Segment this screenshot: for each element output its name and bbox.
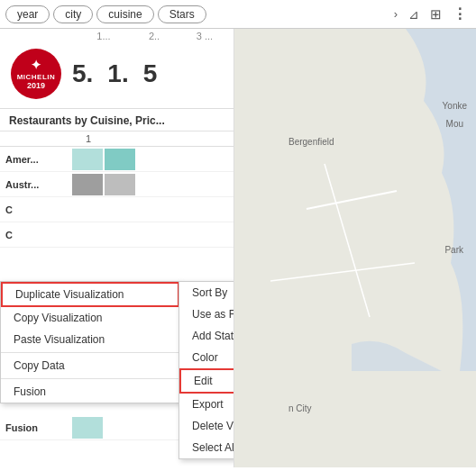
context-menu-right: Sort By ► Use as Filter Add Statistics ►… bbox=[178, 281, 234, 459]
col-headers-row: 1... 2.. 3 ... bbox=[0, 29, 233, 43]
table-section: Restaurants by Cuisine, Pric... 1 Amer..… bbox=[0, 108, 233, 248]
menu-item-duplicate-label: Duplicate Visualization bbox=[15, 288, 124, 301]
table-row-amer: Amer... bbox=[0, 147, 233, 172]
row-label-c1: C bbox=[0, 203, 72, 217]
row-label-fusion: Fusion bbox=[0, 421, 72, 435]
main-content: 1... 2.. 3 ... ✦ MICHELIN 2019 5. 1. 5 bbox=[0, 29, 476, 467]
menu-item-select-all-label: Select All Visualizations bbox=[192, 441, 234, 454]
cuisine-pill[interactable]: cuisine bbox=[96, 5, 153, 23]
menu-separator-1 bbox=[1, 352, 179, 353]
menu-item-edit-label: Edit bbox=[194, 375, 213, 387]
menu-item-select-all[interactable]: Select All Visualizations bbox=[179, 437, 234, 458]
col-header-2: 2.. bbox=[136, 31, 172, 41]
menu-item-paste-viz[interactable]: Paste Visualization bbox=[1, 329, 179, 350]
menu-item-fusion[interactable]: Fusion bbox=[1, 381, 179, 403]
menu-item-paste-viz-label: Paste Visualization bbox=[14, 333, 105, 346]
year-pill[interactable]: year bbox=[5, 5, 50, 23]
menu-item-copy-viz[interactable]: Copy Visualization bbox=[1, 307, 179, 329]
stat-value-1: 5. bbox=[72, 60, 93, 88]
map-label-city: n City bbox=[288, 403, 312, 413]
michelin-line2: 2019 bbox=[27, 81, 45, 90]
menu-item-export[interactable]: Export ► bbox=[179, 394, 234, 415]
row-cells-c2 bbox=[72, 224, 135, 246]
left-panel: 1... 2.. 3 ... ✦ MICHELIN 2019 5. 1. 5 bbox=[0, 29, 234, 467]
row-cells-c1 bbox=[72, 199, 135, 221]
cell-austr-1 bbox=[72, 174, 103, 195]
forward-icon[interactable]: › bbox=[390, 5, 401, 23]
cell-amer-1 bbox=[72, 149, 103, 170]
menu-item-duplicate[interactable]: Duplicate Visualization bbox=[1, 282, 179, 307]
table-col-1: 1 bbox=[72, 133, 105, 144]
menu-item-color-label: Color bbox=[192, 351, 218, 364]
menu-item-copy-viz-label: Copy Visualization bbox=[14, 312, 103, 324]
grid-icon[interactable]: ⊞ bbox=[426, 5, 445, 24]
map-area: Interactive Map of Restaurant... + − bbox=[234, 29, 476, 467]
stat-col-2: 1. bbox=[107, 60, 128, 88]
row-cells-fusion bbox=[72, 417, 103, 439]
stat-value-3: 5 bbox=[143, 60, 158, 88]
menu-item-export-label: Export bbox=[192, 398, 224, 411]
city-pill[interactable]: city bbox=[53, 5, 93, 23]
stat-col-1: 5. bbox=[72, 60, 93, 88]
cell-amer-3 bbox=[137, 149, 168, 170]
table-row-austr: Austr... bbox=[0, 172, 233, 197]
toolbar: year city cuisine Stars › ⊿ ⊞ ⋮ bbox=[0, 0, 476, 29]
cell-c2-2 bbox=[105, 224, 135, 246]
col-header-1: 1... bbox=[86, 31, 122, 41]
map-label-bergenfield: Bergenfield bbox=[288, 137, 334, 147]
map-svg bbox=[234, 29, 476, 467]
context-menu-left: Duplicate Visualization Copy Visualizati… bbox=[0, 281, 180, 403]
menu-item-color[interactable]: Color ► bbox=[179, 347, 234, 368]
michelin-badge: ✦ MICHELIN 2019 bbox=[11, 49, 61, 99]
row-label-amer: Amer... bbox=[0, 152, 72, 167]
table-col-header: 1 bbox=[0, 131, 233, 147]
table-row-c2: C bbox=[0, 222, 233, 248]
map-label-park: Park bbox=[444, 245, 463, 255]
map-label-yonke: Yonke bbox=[443, 101, 467, 111]
menu-item-use-filter-label: Use as Filter bbox=[192, 308, 234, 321]
menu-item-fusion-label: Fusion bbox=[14, 385, 46, 398]
menu-item-add-stats[interactable]: Add Statistics ► bbox=[179, 325, 234, 347]
stat-col-3: 5 bbox=[143, 60, 158, 88]
menu-item-sort-by-label: Sort By bbox=[192, 286, 227, 299]
stat-value-2: 1. bbox=[107, 60, 128, 88]
menu-item-delete-viz-label: Delete Visualization bbox=[192, 420, 234, 432]
row-label-c2: C bbox=[0, 228, 72, 242]
cell-c2-1 bbox=[72, 224, 103, 246]
stars-pill[interactable]: Stars bbox=[158, 5, 206, 23]
col-header-3: 3 ... bbox=[187, 31, 223, 41]
cell-austr-3 bbox=[137, 174, 168, 195]
menu-item-edit[interactable]: Edit ► bbox=[179, 368, 234, 394]
cell-fusion-1 bbox=[72, 417, 103, 439]
map-label-mou: Mou bbox=[446, 119, 463, 129]
menu-item-copy-data-label: Copy Data bbox=[14, 359, 65, 372]
menu-item-copy-data[interactable]: Copy Data bbox=[1, 355, 179, 376]
table-row-c1: C bbox=[0, 197, 233, 222]
table-title: Restaurants by Cuisine, Pric... bbox=[0, 109, 233, 131]
row-label-austr: Austr... bbox=[0, 177, 72, 192]
cell-amer-2 bbox=[105, 149, 135, 170]
right-panel: Interactive Map of Restaurant... + − bbox=[234, 29, 476, 467]
michelin-line1: MICHELIN bbox=[17, 73, 56, 81]
row-cells-austr bbox=[72, 174, 168, 195]
menu-separator-2 bbox=[1, 378, 179, 379]
cell-c1-1 bbox=[72, 199, 103, 221]
cell-austr-2 bbox=[105, 174, 135, 195]
menu-item-add-stats-label: Add Statistics bbox=[192, 330, 234, 342]
stats-section: ✦ MICHELIN 2019 5. 1. 5 bbox=[0, 43, 233, 104]
menu-item-delete-viz[interactable]: Delete Visualization bbox=[179, 415, 234, 437]
row-cells-amer bbox=[72, 149, 168, 170]
more-icon[interactable]: ⋮ bbox=[449, 4, 471, 24]
stats-values: 5. 1. 5 bbox=[72, 60, 157, 88]
cell-c1-2 bbox=[105, 199, 135, 221]
menu-item-sort-by[interactable]: Sort By ► bbox=[179, 282, 234, 303]
menu-item-use-filter[interactable]: Use as Filter bbox=[179, 303, 234, 325]
filter-icon[interactable]: ⊿ bbox=[405, 5, 423, 23]
michelin-star-icon: ✦ bbox=[31, 58, 41, 72]
